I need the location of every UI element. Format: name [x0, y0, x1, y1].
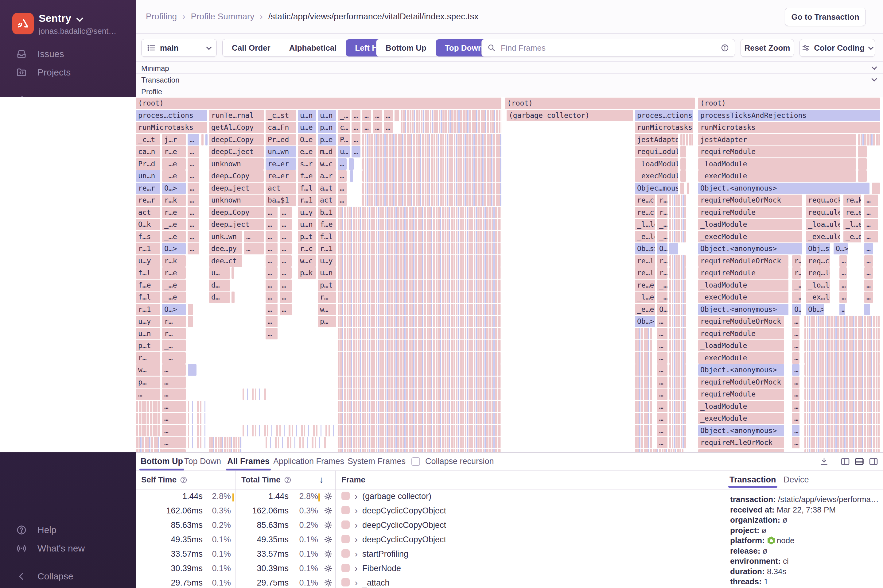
flame-frame[interactable]: [362, 146, 502, 158]
flame-frame[interactable]: [338, 280, 501, 291]
flame-frame[interactable]: …: [280, 219, 292, 230]
search-input[interactable]: [500, 43, 716, 53]
flame-frame[interactable]: …: [351, 134, 360, 146]
frame-name[interactable]: FiberNode: [362, 564, 401, 573]
flame-frame[interactable]: ca…n: [136, 146, 160, 158]
flame-frame[interactable]: [338, 449, 501, 453]
frame-name[interactable]: deepCyclicCopyObject: [362, 520, 446, 530]
flame-frame[interactable]: [680, 134, 693, 146]
breadcrumb-item[interactable]: Profile Summary: [191, 12, 255, 21]
flame-frame[interactable]: _c…t: [136, 134, 160, 146]
flame-frame[interactable]: …: [839, 255, 847, 267]
flame-frame[interactable]: …: [351, 146, 360, 158]
find-frames-search[interactable]: [481, 39, 735, 57]
flame-frame[interactable]: requireModule: [698, 328, 784, 339]
flame-frame[interactable]: p…e: [318, 134, 336, 146]
toolbar-option-call-order[interactable]: Call Order: [222, 39, 280, 57]
flame-frame[interactable]: r…: [657, 195, 667, 206]
flame-frame[interactable]: …: [864, 195, 878, 206]
flame-frame[interactable]: requireModuleOrMock: [698, 255, 788, 267]
frame-name[interactable]: deepCyclicCopyObject: [362, 506, 446, 516]
flame-frame[interactable]: [804, 316, 880, 327]
flame-frame[interactable]: [635, 449, 683, 453]
flame-frame[interactable]: …: [162, 388, 186, 400]
flame-frame[interactable]: act: [266, 183, 296, 194]
flame-frame[interactable]: _execModule: [698, 231, 802, 243]
gear-icon[interactable]: [324, 564, 333, 573]
flame-frame[interactable]: deep…Copy: [209, 170, 264, 182]
flame-frame[interactable]: f…l: [298, 183, 316, 194]
flame-frame[interactable]: [669, 255, 686, 267]
flame-frame[interactable]: runMicrotasks: [136, 122, 207, 133]
flame-frame[interactable]: r…: [318, 291, 336, 303]
flame-frame[interactable]: _execModule: [635, 170, 678, 182]
flame-frame[interactable]: …: [657, 376, 667, 388]
flame-frame[interactable]: …: [280, 304, 292, 315]
flame-frame[interactable]: …: [280, 207, 292, 218]
flame-frame[interactable]: [338, 291, 501, 303]
flame-frame[interactable]: [209, 437, 242, 448]
flame-frame[interactable]: [338, 388, 501, 400]
flame-frame[interactable]: p…: [136, 376, 160, 388]
flame-frame[interactable]: re…l: [635, 267, 655, 279]
flame-frame[interactable]: r…e: [162, 267, 186, 279]
flame-frame[interactable]: Objec…mous>: [635, 183, 678, 194]
total-time-column-header[interactable]: Total Time: [241, 475, 292, 484]
flame-frame[interactable]: r…: [162, 316, 186, 327]
gear-icon[interactable]: [324, 520, 333, 530]
flame-frame[interactable]: [136, 413, 160, 424]
flame-frame[interactable]: (root): [505, 98, 695, 109]
flame-frame[interactable]: …: [266, 231, 278, 243]
flame-frame[interactable]: re…er: [266, 158, 296, 170]
flame-frame[interactable]: …: [657, 413, 667, 424]
flame-frame[interactable]: _e…e: [635, 304, 655, 315]
flame-frame[interactable]: p…n: [318, 122, 336, 133]
flame-frame[interactable]: …: [266, 255, 278, 267]
flame-frame[interactable]: w…: [318, 304, 336, 315]
flame-frame[interactable]: …: [162, 413, 186, 424]
flame-frame[interactable]: requi…odule: [635, 146, 678, 158]
flame-frame[interactable]: _…: [657, 280, 667, 291]
flame-frame[interactable]: u…n: [298, 219, 316, 230]
flame-frame[interactable]: act: [318, 195, 336, 206]
flame-frame[interactable]: r…1: [136, 304, 160, 315]
gear-icon[interactable]: [324, 578, 333, 587]
flame-frame[interactable]: runTe…rnal: [209, 110, 264, 121]
flame-frame[interactable]: …: [188, 243, 199, 254]
flame-frame[interactable]: [669, 243, 678, 254]
flame-frame[interactable]: [338, 231, 501, 243]
flame-frame[interactable]: …: [384, 110, 393, 121]
flame-frame[interactable]: re…e: [635, 280, 655, 291]
flame-frame[interactable]: [338, 328, 501, 339]
flame-frame[interactable]: [669, 352, 686, 364]
flame-frame[interactable]: proces…ctions: [635, 110, 693, 121]
layout-dock-right-icon[interactable]: [868, 457, 879, 466]
flame-frame[interactable]: w…c: [298, 255, 316, 267]
flame-frame[interactable]: _loadModule: [698, 401, 784, 412]
flame-frame[interactable]: requireModuleOrMock: [698, 316, 784, 327]
flame-frame[interactable]: [209, 449, 242, 453]
flame-frame[interactable]: a…r: [318, 170, 336, 182]
sidebar-footer-help[interactable]: Help: [0, 521, 136, 539]
flame-frame[interactable]: [669, 388, 686, 400]
flame-frame[interactable]: [669, 280, 686, 291]
flame-frame[interactable]: re…l: [635, 255, 655, 267]
flame-frame[interactable]: …: [162, 449, 186, 453]
flame-frame[interactable]: …: [280, 280, 292, 291]
flame-frame[interactable]: Object.<anonymous>: [698, 364, 784, 376]
flame-frame[interactable]: …: [162, 425, 186, 436]
flame-frame[interactable]: …: [244, 243, 264, 254]
flame-frame[interactable]: …: [266, 291, 278, 303]
flame-frame[interactable]: [362, 158, 502, 170]
flame-frame[interactable]: …: [657, 352, 667, 364]
flame-frame[interactable]: [687, 183, 689, 194]
flame-frame[interactable]: _…: [162, 340, 186, 351]
flame-frame[interactable]: [669, 219, 686, 230]
flame-frame[interactable]: …: [362, 122, 371, 133]
flame-frame[interactable]: [188, 304, 193, 315]
gear-icon[interactable]: [324, 506, 333, 515]
flame-frame[interactable]: deepC…Copy: [209, 134, 264, 146]
flame-frame[interactable]: r…: [792, 255, 801, 267]
flame-frame[interactable]: …: [792, 401, 799, 412]
flame-frame[interactable]: …: [839, 280, 847, 291]
